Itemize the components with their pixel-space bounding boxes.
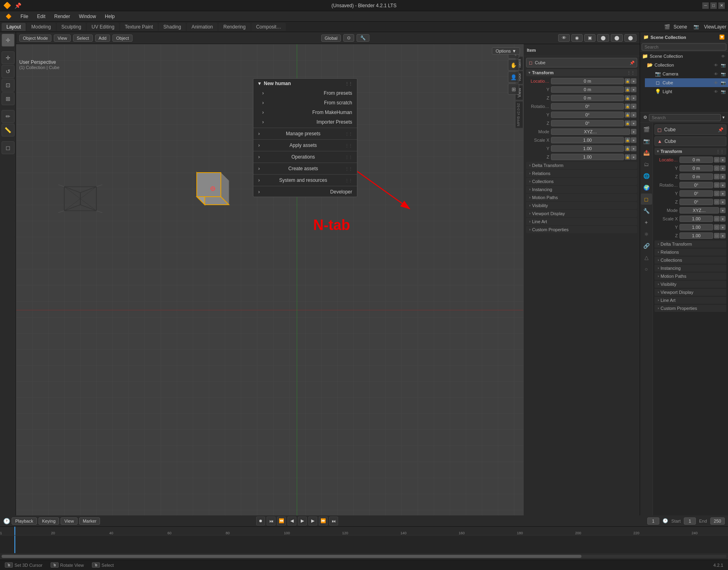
lock-i[interactable]: □ [714, 224, 720, 230]
prev-frame-btn[interactable]: ◀ [288, 517, 296, 525]
tab-layout[interactable]: Layout [2, 23, 26, 31]
apply-assets-item[interactable]: › Apply assets ⋮⋮ [253, 140, 357, 150]
obj-title-pin[interactable]: 📌 [718, 127, 724, 132]
props-data-icon[interactable]: △ [641, 252, 652, 263]
dot-i[interactable]: ● [720, 191, 726, 196]
dot-icon[interactable]: ● [631, 104, 636, 109]
props-loc-z[interactable]: 0 m [679, 173, 713, 180]
scale-z-value[interactable]: 1.00 [551, 154, 624, 160]
jump-end-btn[interactable]: ⏭ [329, 517, 338, 525]
properties-search-input[interactable] [649, 114, 721, 121]
lock-icon[interactable]: 🔒 [625, 78, 630, 84]
props-viewport-display[interactable]: › Viewport Display [655, 289, 726, 296]
view-menu-tl[interactable]: View [61, 517, 77, 525]
pan-tool-btn[interactable]: ✋ [508, 59, 519, 71]
dot-icon[interactable]: ● [631, 95, 636, 101]
show-xray-btn[interactable]: ▣ [584, 34, 595, 42]
operations-item[interactable]: › Operations ⋮⋮ [253, 152, 357, 162]
npanel-obj-name[interactable]: Cube [535, 60, 627, 65]
scale-y-value[interactable]: 1.00 [551, 145, 624, 152]
viewport-display-section[interactable]: › Viewport Display [526, 210, 637, 217]
tab-texture-paint[interactable]: Texture Paint [120, 23, 158, 31]
dot-i[interactable]: ● [720, 224, 726, 230]
lock-icon[interactable]: 🔒 [625, 95, 630, 101]
props-transform-header[interactable]: ▾ Transform ⋮⋮ [655, 148, 726, 155]
lock-icon[interactable]: 🔒 [625, 104, 630, 109]
collections-section[interactable]: › Collections [526, 178, 637, 185]
dot-i[interactable]: ● [720, 216, 726, 222]
system-resources-item[interactable]: › System and resources ⋮⋮ [253, 175, 357, 185]
tab-modeling[interactable]: Modeling [27, 23, 56, 31]
rotate-tool[interactable]: ↺ [2, 65, 14, 78]
props-rot-x[interactable]: 0° [679, 182, 713, 188]
props-object-name[interactable]: Cube [664, 127, 716, 132]
transform-header[interactable]: ▾ Transform ⋮⋮ [526, 69, 637, 76]
dot-i[interactable]: ● [720, 157, 726, 163]
playback-menu[interactable]: Playback [12, 517, 37, 525]
material-shading-btn[interactable]: ⬤ [611, 34, 623, 42]
props-particles-icon[interactable]: ✦ [641, 217, 652, 228]
rendered-shading-btn[interactable]: ⬤ [624, 34, 636, 42]
next-frame-btn[interactable]: ▶ [308, 517, 317, 525]
menu-edit[interactable]: Edit [33, 13, 49, 20]
maximize-button[interactable]: □ [710, 2, 717, 9]
props-viewlayer-icon[interactable]: 🗂 [641, 159, 652, 170]
lock-i[interactable]: □ [714, 174, 720, 179]
eye-btn[interactable]: 👁 [713, 62, 719, 68]
props-world-icon[interactable]: 🌍 [641, 182, 652, 193]
options-dropdown[interactable]: Options ▼ [492, 47, 520, 55]
rotation-mode-value[interactable]: XYZ… [551, 128, 630, 135]
lock-icon[interactable]: 🔒 [625, 137, 630, 143]
dot-icon[interactable]: ● [631, 120, 636, 126]
props-loc-y[interactable]: 0 m [679, 165, 713, 171]
props-constraints-icon[interactable]: 🔗 [641, 240, 652, 251]
measure-tool[interactable]: 📏 [2, 124, 14, 136]
close-button[interactable]: ✕ [718, 2, 725, 9]
auto-keying-btn[interactable]: ⏺ [256, 517, 265, 525]
props-rot-y[interactable]: 0° [679, 190, 713, 197]
dot-i[interactable]: ● [720, 182, 726, 188]
developer-item[interactable]: › Developer [253, 187, 357, 197]
props-delta-transform[interactable]: › Delta Transform [655, 240, 726, 248]
render-btn[interactable]: 📷 [720, 71, 726, 77]
from-makehuman-item[interactable]: › From MakeHuman [253, 108, 357, 117]
from-scratch-item[interactable]: › From scratch [253, 98, 357, 108]
dot-icon[interactable]: ● [631, 129, 636, 134]
lock-icon[interactable]: 🔒 [625, 120, 630, 126]
timeline-scroll-track[interactable] [2, 555, 726, 558]
tab-rendering[interactable]: Rendering [218, 23, 250, 31]
delta-transform-section[interactable]: › Delta Transform [526, 162, 637, 169]
from-presets-item[interactable]: › From presets [253, 88, 357, 98]
props-material-icon[interactable]: ○ [641, 263, 652, 275]
scene-name[interactable]: Scene [673, 24, 687, 30]
props-mode-val[interactable]: XYZ… [679, 207, 719, 214]
render-btn[interactable]: 📷 [720, 62, 726, 68]
props-modifier-icon[interactable]: 🔧 [641, 205, 652, 216]
props-output-icon[interactable]: 📤 [641, 147, 652, 158]
dot-icon[interactable]: ● [631, 112, 636, 118]
outliner-item-cube[interactable]: ◻ Cube 👁 📷 [645, 78, 728, 87]
view-menu[interactable]: View [54, 35, 71, 42]
line-art-section[interactable]: › Line Art [526, 218, 637, 225]
manage-presets-item[interactable]: › Manage presets ⋮⋮ [253, 129, 357, 138]
dot-icon[interactable]: ● [631, 137, 636, 143]
show-gizmo-btn[interactable]: 👁 [558, 34, 570, 42]
pivot-dropdown[interactable]: ⊙ [343, 34, 354, 42]
annotate-tool[interactable]: ✏ [2, 110, 14, 123]
render-btn[interactable]: 📷 [720, 79, 726, 86]
props-object-icon[interactable]: ◻ [641, 193, 652, 205]
pin-icon[interactable]: 📌 [630, 61, 634, 65]
location-x-value[interactable]: 0 m [551, 78, 624, 84]
walk-tool-btn[interactable]: 👤 [508, 71, 519, 83]
timeline-scrollbar[interactable] [0, 553, 728, 560]
new-human-header[interactable]: ▾ New human ⋮⋮ [253, 79, 357, 88]
props-visibility[interactable]: › Visibility [655, 281, 726, 288]
vis-btn[interactable]: 👁 [720, 53, 726, 59]
menu-blender[interactable]: 🔶 [2, 13, 16, 20]
keying-menu[interactable]: Keying [39, 517, 59, 525]
minimize-button[interactable]: ─ [702, 2, 709, 9]
props-data-name[interactable]: Cube [665, 138, 724, 144]
dot-i[interactable]: ● [720, 208, 726, 213]
play-btn[interactable]: ▶ [298, 517, 307, 525]
outliner-item-light[interactable]: 💡 Light 👁 📷 [645, 87, 728, 96]
